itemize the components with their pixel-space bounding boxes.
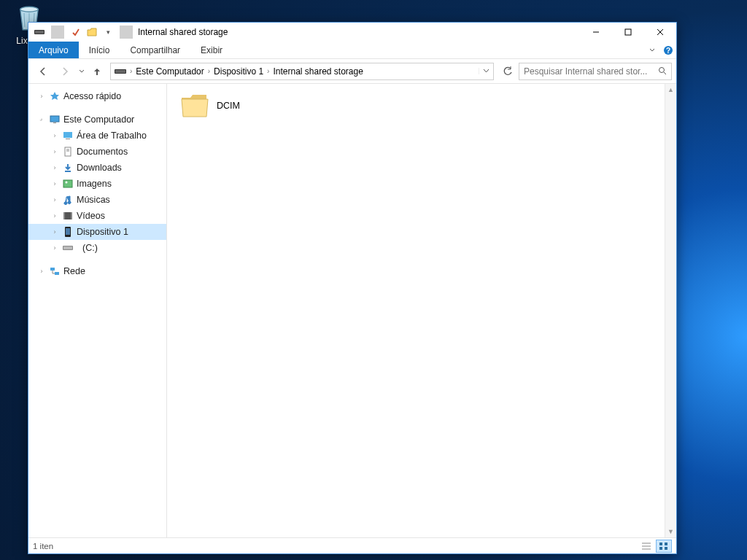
svg-rect-21	[63, 180, 72, 187]
folder-label: DCIM	[217, 101, 240, 111]
sidebar-device[interactable]: › Dispositivo 1	[28, 224, 166, 240]
refresh-button[interactable]	[498, 63, 517, 80]
sidebar-desktop[interactable]: › Área de Trabalho	[28, 128, 166, 144]
chevron-right-icon[interactable]: ›	[50, 148, 59, 155]
pictures-icon	[62, 178, 74, 190]
vertical-scrollbar[interactable]: ▲ ▼	[665, 84, 676, 537]
qat-separator-2	[120, 26, 133, 39]
titlebar[interactable]: ▾ Internal shared storage	[28, 23, 676, 42]
folder-item-dcim[interactable]: DCIM	[174, 88, 246, 123]
documents-icon	[62, 146, 74, 158]
close-button[interactable]	[644, 23, 676, 42]
svg-rect-29	[63, 246, 72, 249]
chevron-right-icon[interactable]: ›	[50, 196, 59, 203]
svg-rect-24	[63, 212, 65, 219]
back-button[interactable]	[33, 62, 53, 81]
breadcrumb-device-icon[interactable]	[111, 67, 130, 76]
svg-rect-27	[66, 228, 70, 235]
svg-point-22	[66, 182, 68, 184]
ribbon-tabs: Arquivo Início Compartilhar Exibir ?	[28, 42, 676, 59]
sidebar-music[interactable]: › Músicas	[28, 192, 166, 208]
tab-share[interactable]: Compartilhar	[120, 42, 190, 58]
navigation-bar: › Este Computador › Dispositivo 1 › Inte…	[28, 59, 676, 84]
desktop-icon	[62, 130, 74, 141]
qat-folder-icon[interactable]	[85, 26, 98, 39]
download-icon	[62, 162, 74, 174]
sidebar-item-label: Vídeos	[77, 211, 105, 221]
music-icon	[62, 194, 74, 206]
svg-rect-16	[66, 139, 70, 139]
sidebar-item-label: Imagens	[77, 179, 112, 189]
breadcrumb-device[interactable]: Dispositivo 1	[210, 66, 267, 77]
sidebar-this-pc[interactable]: › Este Computador	[28, 112, 166, 128]
sidebar-item-label: Documentos	[77, 147, 128, 157]
window-title: Internal shared storage	[138, 27, 580, 37]
svg-rect-4	[625, 29, 631, 35]
svg-point-0	[20, 7, 39, 12]
address-bar[interactable]: › Este Computador › Dispositivo 1 › Inte…	[110, 63, 494, 80]
up-button[interactable]	[88, 62, 106, 81]
sidebar-item-label: Downloads	[77, 163, 122, 173]
tab-home[interactable]: Início	[79, 42, 120, 58]
view-icons-button[interactable]	[656, 540, 672, 553]
minimize-button[interactable]	[580, 23, 612, 42]
svg-rect-37	[659, 547, 662, 550]
chevron-right-icon[interactable]: ›	[50, 244, 59, 252]
drive-icon	[62, 242, 74, 254]
breadcrumb-root[interactable]: Este Computador	[132, 66, 207, 77]
chevron-right-icon[interactable]: ›	[50, 228, 59, 236]
sidebar-cdrive[interactable]: › (C:)	[28, 240, 166, 256]
folder-icon	[180, 91, 209, 120]
breadcrumb-location[interactable]: Internal shared storage	[269, 66, 366, 77]
chevron-right-icon[interactable]: ›	[37, 268, 46, 275]
sidebar-network[interactable]: › Rede	[28, 263, 166, 279]
window-controls	[580, 23, 676, 42]
network-icon	[49, 265, 61, 277]
svg-line-12	[664, 72, 666, 74]
search-input[interactable]	[519, 66, 654, 77]
search-box[interactable]	[519, 63, 672, 80]
forward-button[interactable]	[55, 62, 75, 81]
qat-properties-icon[interactable]	[69, 26, 82, 39]
monitor-icon	[49, 114, 61, 125]
svg-rect-36	[665, 542, 667, 545]
ribbon-collapse-icon[interactable]	[644, 42, 660, 58]
device-icon	[33, 26, 46, 39]
sidebar-item-label: (C:)	[82, 243, 98, 253]
sidebar-item-label: Rede	[63, 266, 85, 276]
star-icon	[49, 90, 61, 102]
help-button[interactable]: ?	[660, 42, 676, 58]
scroll-down-icon[interactable]: ▼	[665, 526, 676, 537]
svg-rect-14	[53, 122, 56, 123]
phone-icon	[62, 226, 74, 238]
chevron-right-icon[interactable]: ›	[50, 164, 59, 171]
recent-locations-icon[interactable]	[77, 62, 87, 81]
qat-dropdown-icon[interactable]: ▾	[101, 26, 115, 39]
chevron-down-icon[interactable]: ›	[36, 114, 47, 125]
sidebar-downloads[interactable]: › Downloads	[28, 160, 166, 176]
svg-rect-13	[50, 116, 59, 122]
search-icon[interactable]	[654, 66, 671, 76]
sidebar-quick-access[interactable]: › Acesso rápido	[28, 88, 166, 104]
svg-text:?: ?	[666, 47, 670, 55]
status-bar: 1 iten	[28, 537, 676, 553]
sidebar-documents[interactable]: › Documentos	[28, 144, 166, 160]
explorer-window: ▾ Internal shared storage Arquivo Início…	[28, 22, 677, 554]
chevron-right-icon[interactable]: ›	[50, 180, 59, 187]
svg-rect-35	[659, 542, 662, 545]
view-details-button[interactable]	[638, 540, 654, 553]
tab-file[interactable]: Arquivo	[28, 42, 79, 58]
maximize-button[interactable]	[612, 23, 644, 42]
sidebar-videos[interactable]: › Vídeos	[28, 208, 166, 224]
sidebar-images[interactable]: › Imagens	[28, 176, 166, 192]
chevron-right-icon[interactable]: ›	[37, 93, 46, 100]
tab-view[interactable]: Exibir	[190, 42, 233, 58]
svg-rect-2	[35, 31, 44, 34]
chevron-right-icon[interactable]: ›	[50, 132, 59, 139]
file-list-pane[interactable]: DCIM ▲ ▼	[167, 84, 676, 537]
svg-rect-31	[55, 272, 59, 275]
address-dropdown-icon[interactable]	[479, 68, 493, 74]
scroll-up-icon[interactable]: ▲	[665, 84, 676, 96]
chevron-right-icon[interactable]: ›	[50, 212, 59, 219]
svg-rect-15	[63, 132, 72, 138]
